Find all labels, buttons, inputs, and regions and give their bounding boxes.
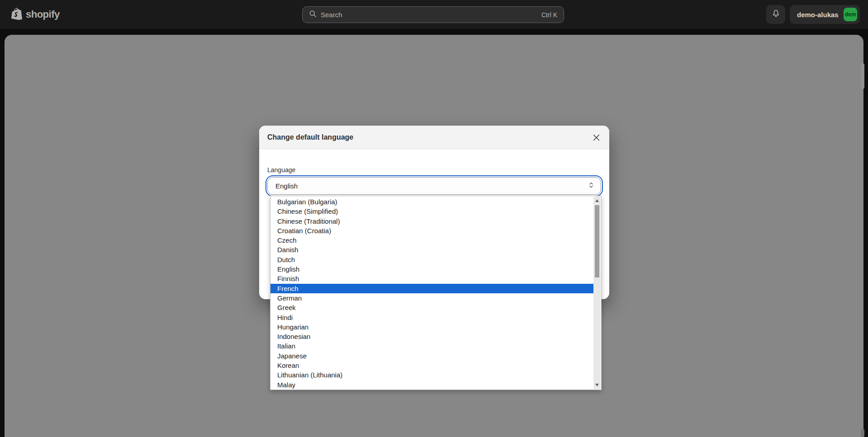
- language-option-croatian-croatia[interactable]: Croatian (Croatia): [270, 226, 593, 235]
- shopify-logo[interactable]: shopify: [11, 7, 101, 22]
- account-name: demo-alukas: [797, 11, 839, 19]
- topbar: shopify Search Ctrl K demo-alukas dem: [0, 0, 868, 29]
- notifications-button[interactable]: [766, 5, 785, 24]
- language-option-indonesian[interactable]: Indonesian: [270, 332, 593, 341]
- language-option-italian[interactable]: Italian: [270, 341, 593, 351]
- account-avatar: dem: [844, 8, 857, 21]
- shopify-bag-icon: [11, 7, 23, 22]
- language-option-japanese[interactable]: Japanese: [270, 351, 593, 361]
- global-search[interactable]: Search Ctrl K: [302, 6, 564, 23]
- dropdown-scrollbar[interactable]: [593, 197, 601, 389]
- language-select-value: English: [275, 182, 588, 190]
- language-option-chinese-simplified[interactable]: Chinese (Simplified): [270, 207, 593, 216]
- language-option-german[interactable]: German: [270, 293, 593, 303]
- language-option-finnish[interactable]: Finnish: [270, 274, 593, 283]
- language-option-chinese-traditional[interactable]: Chinese (Traditional): [270, 216, 593, 226]
- select-stepper-icon: [588, 181, 594, 191]
- shopify-wordmark: shopify: [26, 9, 60, 20]
- scroll-down-icon[interactable]: [595, 384, 599, 386]
- language-select[interactable]: English: [267, 177, 601, 195]
- scroll-up-icon[interactable]: [595, 199, 599, 202]
- bell-icon: [771, 9, 781, 20]
- language-option-dutch[interactable]: Dutch: [270, 255, 593, 264]
- language-option-lithuanian-lithuania[interactable]: Lithuanian (Lithuania): [270, 370, 593, 380]
- modal-header: Change default language: [259, 126, 609, 149]
- language-option-hindi[interactable]: Hindi: [270, 313, 593, 322]
- language-option-malay[interactable]: Malay: [270, 380, 593, 390]
- language-option-hungarian[interactable]: Hungarian: [270, 322, 593, 332]
- search-shortcut: Ctrl K: [541, 11, 557, 19]
- page-scrollbar-thumb[interactable]: [861, 63, 864, 89]
- page-scrollbar-bottom[interactable]: [861, 429, 864, 437]
- modal-close-icon[interactable]: [593, 134, 600, 141]
- language-dropdown: Bulgarian (Bulgaria)Chinese (Simplified)…: [270, 196, 602, 390]
- language-option-french[interactable]: French: [270, 284, 593, 293]
- language-option-czech[interactable]: Czech: [270, 235, 593, 245]
- account-menu[interactable]: demo-alukas dem: [790, 5, 860, 24]
- language-option-greek[interactable]: Greek: [270, 303, 593, 312]
- search-icon: [309, 10, 317, 19]
- search-placeholder: Search: [321, 11, 537, 19]
- language-field-label: Language: [267, 166, 295, 174]
- language-option-english[interactable]: English: [270, 264, 593, 274]
- language-option-list: Bulgarian (Bulgaria)Chinese (Simplified)…: [270, 197, 593, 390]
- shopify-admin: shopify Search Ctrl K demo-alukas dem Se…: [0, 0, 868, 437]
- dropdown-scrollbar-thumb[interactable]: [595, 205, 599, 277]
- language-option-danish[interactable]: Danish: [270, 245, 593, 254]
- language-option-bulgarian-bulgaria[interactable]: Bulgarian (Bulgaria): [270, 197, 593, 207]
- language-option-korean[interactable]: Korean: [270, 361, 593, 370]
- modal-title: Change default language: [267, 133, 353, 141]
